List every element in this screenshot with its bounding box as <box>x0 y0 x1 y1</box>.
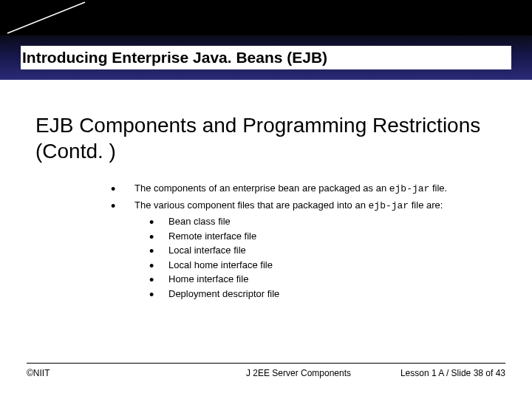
slide: Introducing Enterprise Java. Beans (EJB)… <box>0 0 532 399</box>
footer-center: J 2EE Server Components <box>181 368 351 378</box>
sub-bullet-item: Local interface file <box>134 243 502 258</box>
content-title: EJB Components and Programming Restricti… <box>35 112 502 164</box>
slide-header-title: Introducing Enterprise Java. Beans (EJB) <box>21 46 511 69</box>
footer: ©NIIT J 2EE Server Components Lesson 1 A… <box>27 363 505 378</box>
bullet-item: The various component files that are pac… <box>111 198 502 301</box>
content-body: The components of an enterprise bean are… <box>111 181 502 302</box>
sub-bullet-item: Home interface file <box>134 272 502 287</box>
bullet-text-post: file are: <box>409 200 443 211</box>
footer-right: Lesson 1 A / Slide 38 of 43 <box>400 368 505 378</box>
footer-left: ©NIIT <box>27 368 50 378</box>
bullet-text-post: file. <box>429 183 447 194</box>
header-black-band <box>0 0 532 35</box>
bullet-item: The components of an enterprise bean are… <box>111 181 502 197</box>
sub-bullet-item: Deployment descriptor file <box>134 287 502 301</box>
sub-bullet-item: Local home interface file <box>134 258 502 273</box>
code-text: ejb-jar <box>369 200 409 211</box>
bullet-text-pre: The components of an enterprise bean are… <box>134 183 389 194</box>
code-text: ejb-jar <box>389 183 430 194</box>
sub-bullet-item: Remote interface file <box>134 229 502 244</box>
bullet-text-pre: The various component files that are pac… <box>134 200 369 211</box>
sub-bullet-item: Bean class file <box>134 214 502 229</box>
